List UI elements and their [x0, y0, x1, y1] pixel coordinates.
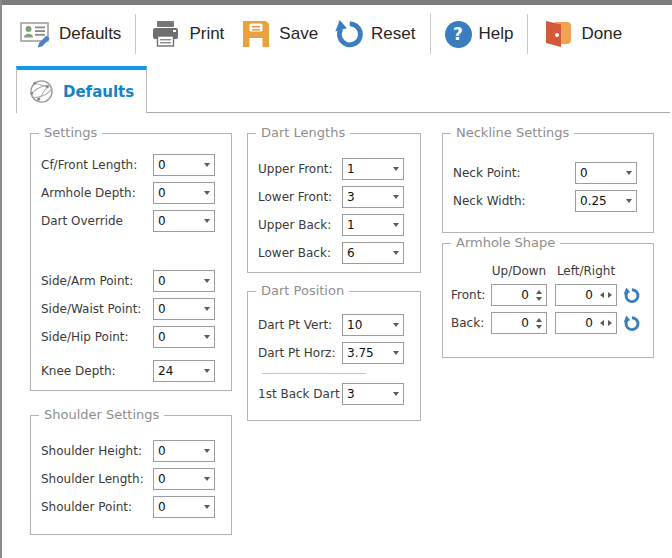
dropdown-arrow-icon[interactable] [388, 195, 403, 199]
field-dart-override: Dart Override 0 [41, 210, 231, 232]
toolbar-separator [135, 14, 136, 54]
circular-arrow-icon [334, 19, 364, 49]
field-shoulder-height: Shoulder Height: 0 [41, 440, 231, 462]
group-neckline-settings-title: Neckline Settings [451, 125, 574, 140]
neck-width-label: Neck Width: [453, 194, 575, 208]
group-armhole-shape-title: Armhole Shape [451, 235, 560, 250]
shoulder-height-label: Shoulder Height: [41, 444, 153, 458]
dropdown-arrow-icon[interactable] [199, 191, 214, 195]
dropdown-arrow-icon[interactable] [199, 477, 214, 481]
upper-front-combo[interactable]: 1 [342, 158, 404, 180]
dropdown-arrow-icon[interactable] [621, 171, 636, 175]
reset-button-label: Reset [371, 24, 415, 44]
dropdown-arrow-icon[interactable] [388, 351, 403, 355]
cf-front-length-combo[interactable]: 0 [153, 154, 215, 176]
help-button-label: Help [479, 24, 514, 44]
help-button[interactable]: ? Help [437, 17, 522, 52]
dropdown-arrow-icon[interactable] [388, 167, 403, 171]
field-knee-depth: Knee Depth: 24 [41, 360, 231, 382]
question-mark-circle-icon: ? [445, 21, 472, 48]
field-lower-back: Lower Back: 6 [258, 242, 420, 264]
reset-button[interactable]: Reset [326, 15, 423, 53]
done-button[interactable]: Done [534, 15, 630, 53]
dropdown-arrow-icon[interactable] [621, 199, 636, 203]
front-reset-icon[interactable] [623, 287, 640, 304]
dropdown-arrow-icon[interactable] [199, 449, 214, 453]
side-arm-point-combo[interactable]: 0 [153, 270, 215, 292]
dropdown-arrow-icon[interactable] [199, 369, 214, 373]
dropdown-arrow-icon[interactable] [388, 251, 403, 255]
lower-front-label: Lower Front: [258, 190, 342, 204]
armhole-depth-label: Armhole Depth: [41, 186, 153, 200]
group-neckline-settings: Neckline Settings Neck Point: 0 Neck Wid… [442, 133, 654, 233]
spinner-left-right-arrows-icon[interactable] [596, 320, 616, 326]
shoulder-point-combo[interactable]: 0 [153, 496, 215, 518]
neck-width-combo[interactable]: 0.25 [575, 190, 637, 212]
left-right-header: Left/Right [555, 264, 617, 278]
dart-pt-horz-combo[interactable]: 3.75 [342, 342, 404, 364]
spinner-up-down-arrows-icon[interactable] [532, 318, 546, 329]
dropdown-arrow-icon[interactable] [199, 279, 214, 283]
shoulder-length-label: Shoulder Length: [41, 472, 153, 486]
shoulder-height-combo[interactable]: 0 [153, 440, 215, 462]
dart-pt-vert-label: Dart Pt Vert: [258, 318, 342, 332]
wireframe-globe-icon [28, 78, 55, 105]
dropdown-arrow-icon[interactable] [199, 307, 214, 311]
contact-card-edit-icon [20, 20, 52, 48]
save-button[interactable]: Save [232, 14, 326, 54]
upper-back-combo[interactable]: 1 [342, 214, 404, 236]
dropdown-arrow-icon[interactable] [388, 323, 403, 327]
knee-depth-label: Knee Depth: [41, 364, 153, 378]
group-armhole-shape: Armhole Shape Up/Down Left/Right Front: … [442, 243, 654, 358]
lower-back-label: Lower Back: [258, 246, 342, 260]
toolbar-separator [430, 14, 431, 54]
print-button[interactable]: Print [142, 16, 232, 52]
field-upper-front: Upper Front: 1 [258, 158, 420, 180]
tab-defaults[interactable]: Defaults [16, 66, 147, 113]
field-neck-point: Neck Point: 0 [453, 162, 653, 184]
shoulder-length-combo[interactable]: 0 [153, 468, 215, 490]
side-waist-point-combo[interactable]: 0 [153, 298, 215, 320]
armhole-front-label: Front: [451, 288, 491, 302]
armhole-column-headers: Up/Down Left/Right [491, 264, 653, 278]
printer-icon [150, 20, 182, 48]
armhole-front-row: Front: 0 0 [451, 284, 653, 306]
first-back-dart-combo[interactable]: 3 [342, 383, 404, 405]
defaults-toolbar-button[interactable]: Defaults [12, 16, 129, 52]
neck-point-combo[interactable]: 0 [575, 162, 637, 184]
lower-back-combo[interactable]: 6 [342, 242, 404, 264]
back-leftright-spinner[interactable]: 0 [555, 312, 617, 334]
side-hip-point-combo[interactable]: 0 [153, 326, 215, 348]
lower-front-combo[interactable]: 3 [342, 186, 404, 208]
armhole-depth-combo[interactable]: 0 [153, 182, 215, 204]
group-dart-lengths: Dart Lengths Upper Front: 1 Lower Front:… [247, 133, 421, 273]
spinner-up-down-arrows-icon[interactable] [532, 290, 546, 301]
dropdown-arrow-icon[interactable] [199, 335, 214, 339]
first-back-dart-label: 1st Back Dart [258, 387, 342, 401]
tab-defaults-label: Defaults [63, 83, 134, 101]
dart-pt-vert-combo[interactable]: 10 [342, 314, 404, 336]
field-shoulder-length: Shoulder Length: 0 [41, 468, 231, 490]
tabstrip-baseline [147, 112, 670, 113]
dropdown-arrow-icon[interactable] [199, 505, 214, 509]
dropdown-arrow-icon[interactable] [199, 219, 214, 223]
spinner-left-right-arrows-icon[interactable] [596, 292, 616, 298]
save-button-label: Save [279, 24, 318, 44]
print-button-label: Print [189, 24, 224, 44]
back-reset-icon[interactable] [623, 315, 640, 332]
dropdown-arrow-icon[interactable] [388, 223, 403, 227]
back-updown-spinner[interactable]: 0 [491, 312, 547, 334]
front-updown-spinner[interactable]: 0 [491, 284, 547, 306]
dropdown-arrow-icon[interactable] [199, 163, 214, 167]
field-shoulder-point: Shoulder Point: 0 [41, 496, 231, 518]
dart-pt-horz-label: Dart Pt Horz: [258, 346, 342, 360]
dropdown-arrow-icon[interactable] [388, 392, 403, 396]
field-lower-front: Lower Front: 3 [258, 186, 420, 208]
knee-depth-combo[interactable]: 24 [153, 360, 215, 382]
front-leftright-spinner[interactable]: 0 [555, 284, 617, 306]
dart-override-label: Dart Override [41, 214, 153, 228]
field-side-arm-point: Side/Arm Point: 0 [41, 270, 231, 292]
field-dart-pt-horz: Dart Pt Horz: 3.75 [258, 342, 420, 364]
armhole-back-label: Back: [451, 316, 491, 330]
dart-override-combo[interactable]: 0 [153, 210, 215, 232]
